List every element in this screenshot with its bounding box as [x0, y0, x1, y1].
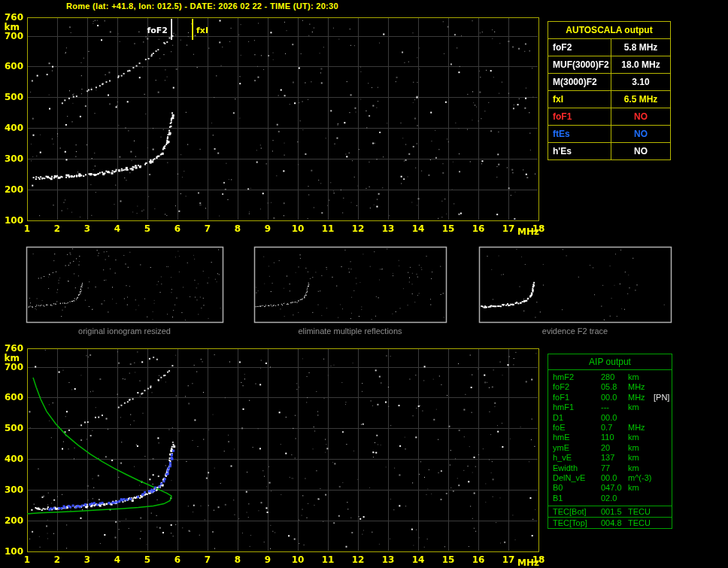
- aip-param-note: [PN]: [654, 393, 672, 402]
- thumbnail-caption-f2trace: evidence F2 trace: [479, 327, 671, 336]
- param-value-m3000: 3.10: [611, 74, 670, 90]
- aip-param-name: foF2: [553, 382, 601, 392]
- aip-param-name: hmF2: [553, 372, 601, 382]
- aip-param-unit: km: [628, 463, 654, 473]
- param-label-ftEs: ftEs: [548, 126, 611, 142]
- aip-row: foF1 00.0 MHz [PN]: [548, 393, 672, 402]
- aip-param-unit: MHz: [628, 382, 654, 392]
- aip-table-title: AIP output: [548, 354, 672, 370]
- table-row: fxI 6.5 MHz: [548, 91, 670, 108]
- aip-param-name: B1: [553, 494, 601, 503]
- aip-param-name: D1: [553, 413, 601, 423]
- aip-param-value: 77: [601, 463, 628, 473]
- aip-param-name: hmE: [553, 433, 601, 442]
- param-label-muf3000: MUF(3000)F2: [548, 56, 611, 73]
- aip-param-value: ---: [601, 402, 628, 412]
- aip-param-unit: km: [628, 402, 654, 412]
- aip-param-value: 00.0: [601, 473, 628, 483]
- aip-param-note: [654, 423, 672, 433]
- aip-param-note: [654, 402, 672, 412]
- aip-row: hmF2 280 km: [548, 372, 672, 382]
- aip-param-unit: TECU: [628, 518, 654, 528]
- aip-param-name: hmF1: [553, 402, 601, 412]
- aip-param-note: [654, 453, 672, 463]
- aip-param-value: 0.7: [601, 423, 628, 433]
- aip-row: h_vE 137 km: [548, 453, 672, 463]
- aip-param-value: 20: [601, 443, 628, 453]
- thumbnail-caption-multiples: eliminate multiple reflections: [254, 327, 446, 336]
- aip-row: foF2 05.8 MHz: [548, 382, 672, 392]
- param-value-foF2: 5.8 MHz: [611, 39, 670, 56]
- param-value-foF1: NO: [611, 108, 670, 125]
- aip-param-unit: [628, 494, 654, 503]
- autoscala-table-title: AUTOSCALA output: [548, 22, 670, 39]
- table-row: ftEs NO: [548, 126, 670, 143]
- table-row: MUF(3000)F2 18.0 MHz: [548, 56, 670, 74]
- param-value-hEs: NO: [611, 143, 670, 159]
- aip-row: B0 047.0 km: [548, 483, 672, 493]
- aip-param-unit: km: [628, 443, 654, 453]
- param-label-fxI: fxI: [548, 91, 611, 108]
- aip-row: D1 00.0: [548, 413, 672, 423]
- aip-param-unit: km: [628, 433, 654, 442]
- aip-param-note: [654, 433, 672, 442]
- aip-param-name: foF1: [553, 393, 601, 402]
- aip-param-name: h_vE: [553, 453, 601, 463]
- aip-param-note: [654, 382, 672, 392]
- aip-param-name: foE: [553, 423, 601, 433]
- aip-param-unit: km: [628, 372, 654, 382]
- aip-row: B1 02.0: [548, 494, 672, 503]
- aip-row: Ewidth 77 km: [548, 463, 672, 473]
- table-row: h'Es NO: [548, 143, 670, 159]
- aip-param-unit: [628, 413, 654, 423]
- aip-param-note: [654, 372, 672, 382]
- param-label-foF2: foF2: [548, 39, 611, 56]
- aip-row: hmF1 --- km: [548, 402, 672, 412]
- param-label-hEs: h'Es: [548, 143, 611, 159]
- aip-param-note: [654, 443, 672, 453]
- autoscala-window: Rome (lat: +41.8, lon: 012.5) - DATE: 20…: [0, 0, 728, 568]
- aip-table-body: hmF2 280 km foF2 05.8 MHz foF1 00.0 MHz …: [548, 370, 672, 506]
- aip-param-value: 047.0: [601, 483, 628, 493]
- aip-output-table: AIP output hmF2 280 km foF2 05.8 MHz foF…: [548, 354, 672, 529]
- param-label-foF1: foF1: [548, 108, 611, 125]
- aip-param-value: 00.0: [601, 393, 628, 402]
- aip-param-value: 004.8: [601, 518, 628, 528]
- table-row: foF2 5.8 MHz: [548, 39, 670, 56]
- aip-param-value: 137: [601, 453, 628, 463]
- aip-param-unit: MHz: [628, 393, 654, 402]
- aip-param-name: TEC[Top]: [553, 518, 601, 528]
- thumbnail-caption-original: original ionogram resized: [26, 327, 223, 336]
- aip-param-note: [654, 483, 672, 493]
- table-row: foF1 NO: [548, 108, 670, 126]
- aip-param-name: B0: [553, 483, 601, 493]
- aip-param-name: TEC[Bot]: [553, 506, 601, 517]
- aip-param-note: [654, 473, 672, 483]
- autoscala-output-table: AUTOSCALA output foF2 5.8 MHz MUF(3000)F…: [548, 21, 671, 160]
- aip-param-note: [654, 463, 672, 473]
- param-value-muf3000: 18.0 MHz: [611, 56, 670, 73]
- table-row: M(3000)F2 3.10: [548, 74, 670, 91]
- aip-param-value: 00.0: [601, 413, 628, 423]
- aip-param-unit: km: [628, 453, 654, 463]
- aip-param-value: 05.8: [601, 382, 628, 392]
- aip-param-unit: km: [628, 483, 654, 493]
- aip-param-unit: MHz: [628, 423, 654, 433]
- aip-param-note: [654, 413, 672, 423]
- aip-row-tec-bottom: TEC[Bot] 001.5 TECU: [548, 506, 672, 517]
- aip-row: DelN_vE 00.0 m^(-3): [548, 473, 672, 483]
- aip-param-unit: TECU: [628, 506, 654, 517]
- aip-param-unit: m^(-3): [628, 473, 654, 483]
- aip-param-note: [654, 494, 672, 503]
- param-value-fxI: 6.5 MHz: [611, 91, 670, 108]
- aip-param-name: Ewidth: [553, 463, 601, 473]
- param-label-m3000: M(3000)F2: [548, 74, 611, 90]
- aip-param-value: 110: [601, 433, 628, 442]
- aip-row-tec-top: TEC[Top] 004.8 TECU: [548, 517, 672, 528]
- param-value-ftEs: NO: [611, 126, 670, 142]
- aip-param-value: 02.0: [601, 494, 628, 503]
- aip-row: foE 0.7 MHz: [548, 423, 672, 433]
- aip-param-name: ymE: [553, 443, 601, 453]
- aip-param-value: 280: [601, 372, 628, 382]
- aip-row: ymE 20 km: [548, 443, 672, 453]
